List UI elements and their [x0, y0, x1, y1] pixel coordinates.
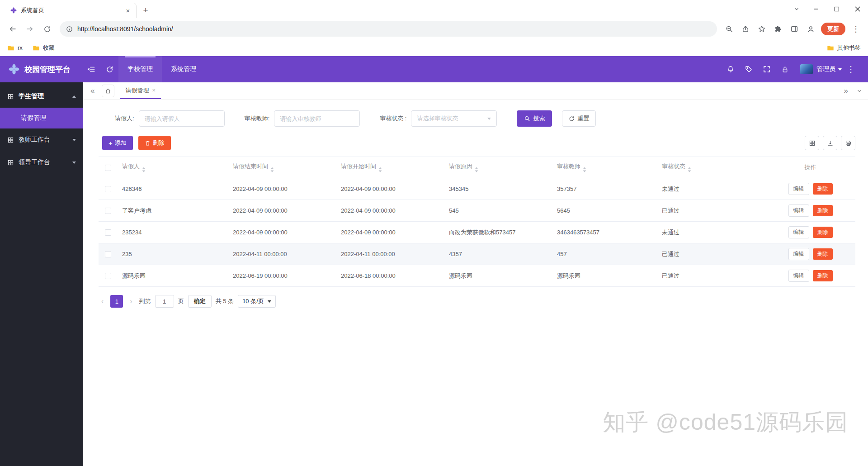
row-delete-button[interactable]: 删除 [813, 270, 833, 281]
sidebar-item-leave-management[interactable]: 请假管理 [0, 108, 83, 128]
edit-button[interactable]: 编辑 [788, 226, 809, 238]
tab-options-chevron-icon[interactable] [856, 88, 863, 94]
forward-icon[interactable] [22, 21, 38, 37]
select-all-checkbox[interactable] [105, 165, 111, 171]
url-bar[interactable]: http://localhost:8091/schooladmin/ [60, 21, 717, 37]
fullscreen-icon[interactable] [758, 56, 776, 82]
edit-button[interactable]: 编辑 [788, 248, 809, 260]
nav-system-management[interactable]: 系统管理 [162, 56, 205, 82]
column-ops: 操作 [765, 157, 855, 178]
edit-button[interactable]: 编辑 [788, 270, 809, 282]
column-reason[interactable]: 请假原因 [444, 157, 552, 178]
scroll-tabs-left-icon[interactable]: « [89, 86, 96, 95]
extensions-icon[interactable] [770, 21, 786, 37]
menu-fold-icon[interactable] [82, 56, 100, 82]
caret-up-icon [72, 95, 76, 98]
maximize-button[interactable] [826, 0, 847, 18]
prev-page-icon[interactable]: ‹ [99, 297, 106, 305]
cell-end-time: 2022-04-09 00:00:00 [228, 200, 336, 222]
app-logo-icon [8, 63, 20, 75]
goto-confirm-button[interactable]: 确定 [188, 295, 212, 308]
review-teacher-input[interactable] [274, 110, 360, 127]
share-icon[interactable] [738, 21, 753, 37]
column-end-time[interactable]: 请假结束时间 [228, 157, 336, 178]
browser-menu-icon[interactable]: ⋮ [848, 21, 863, 37]
row-checkbox[interactable] [105, 208, 111, 214]
column-status[interactable]: 审核状态 [657, 157, 765, 178]
watermark: 知乎 @code51源码乐园 [603, 407, 848, 437]
row-delete-button[interactable]: 删除 [813, 248, 833, 260]
row-checkbox[interactable] [105, 186, 111, 192]
bell-icon[interactable] [722, 56, 740, 82]
new-tab-button[interactable]: + [139, 4, 152, 17]
row-checkbox[interactable] [105, 229, 111, 236]
reset-button-label: 重置 [577, 114, 589, 123]
back-icon[interactable] [5, 21, 21, 37]
site-info-icon[interactable] [66, 26, 73, 33]
columns-grid-icon[interactable] [805, 136, 819, 150]
sidebar-item-student-management[interactable]: 学生管理 [0, 85, 83, 108]
lock-icon[interactable] [776, 56, 794, 82]
sidebar-item-leader-workspace[interactable]: 领导工作台 [0, 151, 83, 174]
edit-button[interactable]: 编辑 [788, 183, 809, 195]
page-number[interactable]: 1 [110, 295, 123, 308]
column-person[interactable]: 请假人 [118, 157, 228, 178]
leave-person-input[interactable] [139, 110, 225, 127]
reload-icon[interactable] [39, 21, 55, 37]
row-checkbox[interactable] [105, 251, 111, 257]
update-button[interactable]: 更新 [821, 23, 845, 35]
bookmark-label: 收藏 [43, 44, 55, 52]
row-delete-button[interactable]: 删除 [813, 183, 833, 195]
browser-tab[interactable]: 系统首页 × [5, 3, 137, 18]
cell-status: 已通过 [657, 265, 765, 287]
trash-icon [145, 140, 151, 146]
grid-icon [7, 93, 14, 100]
home-icon[interactable] [102, 85, 114, 97]
sidebar-item-label: 领导工作台 [19, 158, 50, 166]
reset-button[interactable]: 重置 [562, 110, 596, 127]
bookmark-folder-favorites[interactable]: 收藏 [33, 44, 55, 52]
page-size-select[interactable]: 10 条/页 [238, 295, 276, 308]
scroll-tabs-right-icon[interactable]: » [842, 86, 850, 95]
column-start-time[interactable]: 请假开始时间 [336, 157, 444, 178]
side-panel-icon[interactable] [787, 21, 802, 37]
other-bookmarks-button[interactable]: 其他书签 [827, 44, 861, 52]
tab-search-chevron-icon[interactable] [788, 0, 806, 18]
sidebar-item-teacher-workspace[interactable]: 教师工作台 [0, 128, 83, 151]
review-status-select[interactable]: 请选择审核状态 [411, 110, 497, 127]
tab-close-icon[interactable]: × [124, 6, 132, 14]
printer-icon[interactable] [841, 136, 855, 150]
row-checkbox[interactable] [105, 273, 111, 279]
close-button[interactable] [847, 0, 868, 18]
header-more-icon[interactable]: ⋮ [842, 56, 860, 82]
goto-page-input[interactable] [155, 295, 174, 308]
user-name[interactable]: 管理员 [816, 65, 835, 73]
bookmark-folder-rx[interactable]: rx [7, 44, 23, 51]
goto-prefix: 到第 [139, 297, 151, 305]
column-teacher[interactable]: 审核教师 [552, 157, 657, 178]
cell-start-time: 2022-06-18 00:00:00 [336, 265, 444, 287]
bookmark-star-icon[interactable] [754, 21, 769, 37]
sort-icon [142, 167, 146, 172]
delete-button[interactable]: 删除 [138, 136, 171, 150]
nav-school-management[interactable]: 学校管理 [118, 56, 162, 82]
search-button[interactable]: 搜索 [517, 110, 552, 127]
table-row: 源码乐园 2022-06-19 00:00:00 2022-06-18 00:0… [99, 265, 855, 287]
page-tab-leave-management[interactable]: 请假管理 × [120, 82, 161, 99]
cell-reason: 而改为荣获微软和573457 [444, 222, 552, 243]
row-delete-button[interactable]: 删除 [813, 227, 833, 238]
edit-button[interactable]: 编辑 [788, 204, 809, 217]
tag-icon[interactable] [740, 56, 758, 82]
next-page-icon[interactable]: › [127, 297, 135, 305]
row-delete-button[interactable]: 删除 [813, 205, 833, 216]
add-button[interactable]: + 添加 [102, 136, 133, 150]
export-download-icon[interactable] [823, 136, 837, 150]
minimize-button[interactable] [806, 0, 826, 18]
other-bookmarks-label: 其他书签 [837, 44, 861, 52]
zoom-icon[interactable] [722, 21, 737, 37]
page-tab-close-icon[interactable]: × [152, 87, 156, 94]
page-refresh-icon[interactable] [100, 56, 118, 82]
avatar[interactable] [800, 64, 813, 74]
cell-status: 未通过 [657, 178, 765, 200]
profile-icon[interactable] [803, 21, 818, 37]
